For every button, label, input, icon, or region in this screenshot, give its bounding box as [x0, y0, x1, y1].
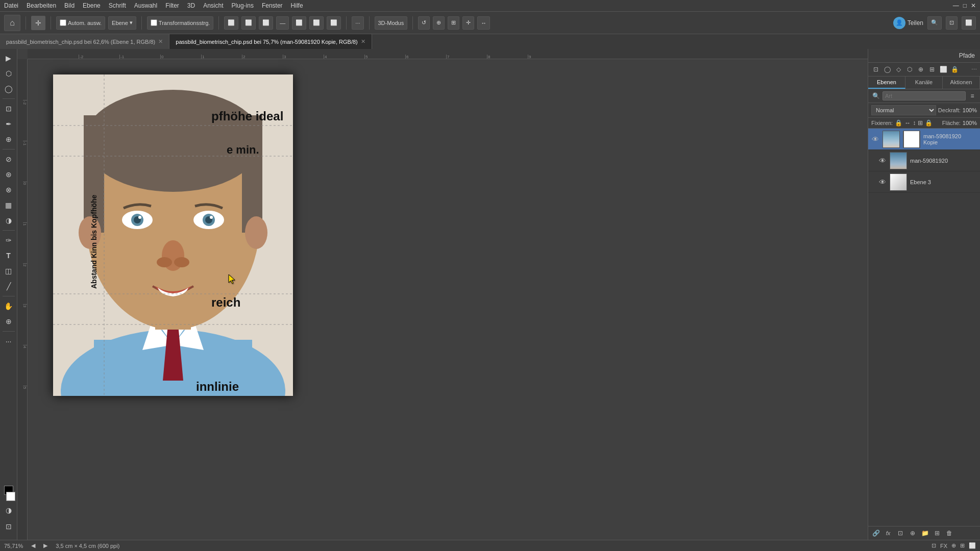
tool-fullscreen[interactable]: ⊡ — [2, 519, 16, 534]
menu-3d[interactable]: 3D — [187, 2, 195, 9]
status-icon-2[interactable]: FX — [940, 543, 947, 549]
align-mid[interactable]: — — [276, 16, 289, 30]
fill-value[interactable]: 100% — [963, 120, 977, 126]
layer-3-visibility[interactable]: 👁 — [878, 178, 887, 186]
document[interactable]: pfhöhe ideal e min. reich innlinie Absta… — [53, 74, 293, 396]
menu-bearbeiten[interactable]: Bearbeiten — [27, 2, 56, 9]
align-right[interactable]: ⬜ — [259, 16, 273, 30]
tool-zoom[interactable]: ⊕ — [2, 314, 16, 329]
tab-1[interactable]: passbild_biometrisch_chip.psd bei 62,6% … — [0, 34, 169, 49]
mode-3d[interactable]: 3D-Modus — [375, 16, 408, 30]
fix-icon-4[interactable]: ⊞ — [918, 119, 923, 127]
tool-pen[interactable]: ✑ — [2, 233, 16, 247]
tab-aktionen[interactable]: Aktionen — [943, 77, 980, 89]
status-icon-1[interactable]: ⊡ — [932, 542, 936, 549]
fix-icon-3[interactable]: ↕ — [913, 119, 916, 127]
fix-icon-1[interactable]: 🔒 — [895, 119, 902, 127]
layer-2-visibility[interactable]: 👁 — [878, 157, 887, 165]
layer-item-3[interactable]: 👁 Ebene 3 — [868, 171, 980, 193]
layer-1-visibility[interactable]: 👁 — [871, 135, 879, 143]
layers-search-input[interactable] — [883, 91, 966, 101]
canvas-content[interactable]: pfhöhe ideal e min. reich innlinie Absta… — [28, 59, 868, 540]
autom-checkbox[interactable] — [60, 19, 66, 26]
menu-hilfe[interactable]: Hilfe — [291, 2, 303, 9]
tool-text[interactable]: T — [2, 248, 16, 263]
folder-btn[interactable]: 📁 — [920, 529, 929, 538]
link-layers-btn[interactable]: 🔗 — [871, 529, 880, 538]
tool-mask[interactable]: ◑ — [2, 503, 16, 517]
opacity-value[interactable]: 100% — [963, 107, 977, 113]
menu-ebene[interactable]: Ebene — [83, 2, 101, 9]
filter-options[interactable]: ≡ — [968, 91, 977, 101]
align-center-h[interactable]: ⬜ — [241, 16, 256, 30]
transform-btn[interactable]: Transformationsstrg. — [147, 16, 213, 30]
swap-tool[interactable]: ↔ — [477, 16, 490, 30]
tool-select[interactable]: ▶ — [2, 51, 16, 65]
tab-2-close[interactable]: ✕ — [361, 38, 365, 45]
move-tool[interactable]: ✛ — [31, 16, 45, 30]
tab-ebenen[interactable]: Ebenen — [868, 77, 905, 89]
layer-item-1[interactable]: 👁 man-59081920 Kopie — [868, 129, 980, 150]
align-top[interactable]: ⬜ — [292, 16, 306, 30]
icon-btn-4[interactable]: ⬡ — [905, 65, 914, 74]
grid-tool[interactable]: ⊞ — [448, 16, 459, 30]
search-btn[interactable]: 🔍 — [927, 16, 942, 30]
tool-eraser[interactable]: ⊗ — [2, 183, 16, 197]
menu-bild[interactable]: Bild — [64, 2, 75, 9]
tool-stamp[interactable]: ⊛ — [2, 167, 16, 182]
layer-item-2[interactable]: 👁 man-59081920 — [868, 150, 980, 171]
cursor-tool[interactable]: ✛ — [462, 16, 474, 30]
menu-auswahl[interactable]: Auswahl — [134, 2, 157, 9]
minimize-btn[interactable]: — — [953, 2, 959, 9]
tab-2[interactable]: passbild_biometrisch_chip.psd bei 75,7% … — [169, 34, 372, 49]
new-layer-btn[interactable]: ⊞ — [933, 529, 942, 538]
filter-type-icon[interactable]: 🔍 — [871, 91, 880, 101]
share-button[interactable]: 👤 Teilen — [893, 17, 923, 29]
tool-brush[interactable]: ⊘ — [2, 152, 16, 166]
tool-lasso[interactable]: ◯ — [2, 82, 16, 96]
menu-datei[interactable]: Datei — [4, 2, 18, 9]
menu-fenster[interactable]: Fenster — [262, 2, 283, 9]
icon-btn-3[interactable]: ◇ — [894, 65, 903, 74]
tool-crop[interactable]: ⊡ — [2, 102, 16, 116]
tool-dodge[interactable]: ◑ — [2, 213, 16, 228]
icon-btn-2[interactable]: ◯ — [883, 65, 892, 74]
icon-btn-8[interactable]: 🔒 — [950, 65, 959, 74]
tool-select-magic[interactable]: ⬡ — [2, 66, 16, 81]
home-button[interactable]: ⌂ — [4, 15, 20, 31]
rotate-tool[interactable]: ↺ — [418, 16, 430, 30]
close-btn[interactable]: ✕ — [971, 2, 976, 9]
fix-icon-2[interactable]: ↔ — [904, 119, 911, 127]
menu-plugins[interactable]: Plug-ins — [232, 2, 254, 9]
align-left[interactable]: ⬜ — [224, 16, 238, 30]
menu-schrift[interactable]: Schrift — [109, 2, 126, 9]
maximize-btn[interactable]: □ — [963, 2, 967, 9]
fx-btn[interactable]: fx — [884, 529, 893, 538]
nav-left[interactable]: ◀ — [31, 542, 35, 549]
delete-layer-btn[interactable]: 🗑 — [945, 529, 954, 538]
status-icon-3[interactable]: ⊕ — [951, 542, 956, 549]
transform-checkbox[interactable] — [151, 19, 157, 26]
add-tool[interactable]: ⊕ — [433, 16, 445, 30]
icon-btn-7[interactable]: ⬜ — [939, 65, 948, 74]
status-icon-5[interactable]: ⬜ — [969, 542, 976, 549]
blend-mode-select[interactable]: Normal — [871, 105, 936, 115]
zoom-fit-btn[interactable]: ⊡ — [946, 16, 958, 30]
canvas-area[interactable]: -2 -1 0 1 2 3 4 5 6 7 8 9 -2 -1 0 1 2 3 … — [17, 49, 868, 540]
tool-line[interactable]: ╱ — [2, 279, 16, 293]
adjustment-btn[interactable]: ⊕ — [908, 529, 917, 538]
icon-btn-6[interactable]: ⊞ — [927, 65, 937, 74]
nav-right[interactable]: ▶ — [43, 542, 47, 549]
tool-gradient[interactable]: ▦ — [2, 198, 16, 212]
more-options[interactable]: ··· — [352, 16, 363, 30]
fix-icon-5[interactable]: 🔒 — [925, 119, 933, 127]
background-color[interactable] — [6, 492, 15, 501]
status-icon-4[interactable]: ⊞ — [960, 542, 965, 549]
tool-eyedropper[interactable]: ✒ — [2, 117, 16, 131]
align-bottom[interactable]: ⬜ — [327, 16, 341, 30]
tool-shape[interactable]: ◫ — [2, 264, 16, 278]
menu-filter[interactable]: Filter — [165, 2, 179, 9]
align-center-v[interactable]: ⬜ — [309, 16, 324, 30]
layer-select[interactable]: Ebene ▾ — [108, 16, 136, 30]
tool-hand[interactable]: ✋ — [2, 299, 16, 313]
